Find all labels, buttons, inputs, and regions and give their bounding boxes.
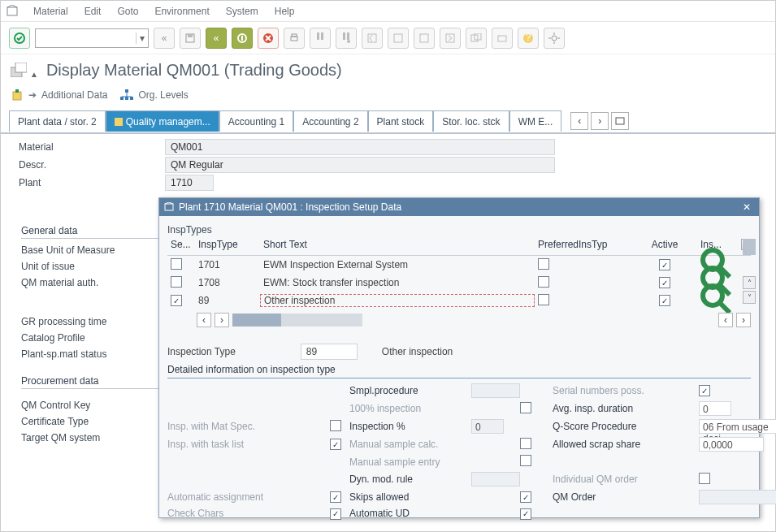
hscroll-right-far[interactable]: ›	[736, 313, 751, 327]
save-button[interactable]	[180, 28, 201, 49]
hscroll-track[interactable]	[232, 314, 362, 327]
find-button[interactable]	[310, 28, 331, 49]
tab-stor-loc-stck[interactable]: Stor. loc. stck	[433, 110, 509, 132]
hscroll-thumb[interactable]	[232, 314, 281, 327]
grid-vertical-scroll[interactable]: ˄ ˅	[743, 239, 756, 304]
avg-insp-duration-field[interactable]: 0	[699, 401, 731, 416]
active-checkbox[interactable]: ✓	[659, 259, 670, 270]
tabs-list-button[interactable]	[611, 112, 629, 130]
menu-system[interactable]: System	[218, 2, 267, 20]
svg-point-25	[552, 36, 557, 41]
row-select-checkbox[interactable]: ✓	[171, 295, 182, 306]
menu-edit[interactable]: Edit	[76, 2, 110, 20]
individual-qm-order-checkbox[interactable]	[699, 473, 710, 484]
active-checkbox[interactable]: ✓	[659, 295, 670, 306]
title-bar: ▲ Display Material QM001 (Trading Goods)	[1, 54, 775, 85]
manual-sample-entry-checkbox[interactable]	[520, 455, 531, 466]
allowed-scrap-share-field[interactable]: 0,0000	[699, 437, 764, 452]
table-row[interactable]: ✓ 89 Other inspection ✓	[167, 292, 751, 309]
exit-green-button[interactable]	[232, 28, 253, 49]
tab-accounting-2[interactable]: Accounting 2	[293, 110, 367, 132]
preferred-checkbox[interactable]	[538, 258, 549, 270]
menu-material[interactable]: Material	[25, 2, 76, 20]
row-select-checkbox[interactable]	[171, 276, 182, 288]
customize-button[interactable]	[544, 28, 565, 49]
insp-with-mat-spec-label: Insp. with Mat Spec.	[167, 421, 330, 432]
automatic-assignment-checkbox[interactable]: ✓	[330, 491, 341, 503]
scroll-up-icon[interactable]: ˄	[743, 276, 756, 289]
qm-order-field[interactable]	[699, 490, 776, 504]
tab-plant-stock[interactable]: Plant stock	[368, 110, 434, 132]
enter-button[interactable]	[9, 28, 30, 49]
last-page-button[interactable]	[440, 28, 461, 49]
dropdown-indicator-icon[interactable]: ▲	[30, 70, 38, 79]
prev-page-button[interactable]	[388, 28, 409, 49]
tabs-scroll-left[interactable]: ‹	[570, 112, 588, 130]
first-page-button[interactable]	[362, 28, 383, 49]
sub-toolbar: ➔ Additional Data Org. Levels	[1, 85, 775, 110]
tab-accounting-1[interactable]: Accounting 1	[219, 110, 293, 132]
tab-quality-management[interactable]: Quality managem...	[106, 110, 219, 132]
serial-numbers-poss-checkbox[interactable]: ✓	[699, 385, 710, 396]
preferred-checkbox[interactable]	[538, 276, 549, 288]
qm-order-label: QM Order	[553, 491, 699, 503]
additional-data-button[interactable]: ➔ Additional Data	[12, 89, 107, 101]
col-select[interactable]: Se...	[167, 239, 195, 253]
back-green-button[interactable]: «	[206, 28, 227, 49]
inspection-type-field[interactable]: 89	[301, 344, 358, 360]
table-row[interactable]: 1701 EWM Inspection External System ✓	[167, 256, 751, 274]
qscore-procedure-field[interactable]: 06 From usage deci...	[699, 419, 776, 434]
find-next-button[interactable]	[336, 28, 357, 49]
dyn-mod-rule-field[interactable]	[471, 472, 520, 487]
next-page-button[interactable]	[414, 28, 435, 49]
insp-with-mat-spec-checkbox[interactable]	[330, 420, 341, 431]
col-active[interactable]: Active	[632, 239, 697, 253]
generate-shortcut-button[interactable]	[492, 28, 513, 49]
menu-environment[interactable]: Environment	[146, 2, 217, 20]
svg-rect-41	[165, 204, 173, 210]
table-row[interactable]: 1708 EWM: Stock transfer inspection ✓	[167, 274, 751, 292]
hscroll-right[interactable]: ›	[215, 313, 229, 327]
check-chars-checkbox[interactable]: ✓	[330, 508, 341, 520]
tab-wm[interactable]: WM E...	[509, 110, 562, 132]
menu-goto[interactable]: Goto	[109, 2, 146, 20]
tabs-scroll-right[interactable]: ›	[591, 112, 609, 130]
command-dropdown-icon[interactable]: ▾	[136, 32, 145, 44]
hscroll-left[interactable]: ‹	[197, 313, 211, 327]
inspection-pct-field[interactable]: 0	[471, 419, 504, 434]
menu-help[interactable]: Help	[267, 2, 303, 20]
dialog-titlebar[interactable]: Plant 1710 Material QM001 : Inspection S…	[159, 198, 759, 216]
print-button[interactable]	[284, 28, 305, 49]
short-text-cell[interactable]: Other inspection	[260, 294, 535, 307]
descr-label: Descr.	[19, 158, 165, 172]
skips-allowed-label: Skips allowed	[349, 491, 471, 503]
hundred-pct-inspection-checkbox[interactable]	[520, 402, 531, 413]
org-levels-button[interactable]: Org. Levels	[120, 89, 188, 101]
group-general-data: General data	[21, 223, 159, 239]
scrollbar-thumb[interactable]	[743, 239, 756, 255]
preferred-checkbox[interactable]	[538, 294, 549, 305]
col-preferred[interactable]: PreferredInsTyp	[535, 239, 632, 253]
smpl-procedure-field[interactable]	[471, 383, 520, 398]
plant-field[interactable]: 1710	[165, 175, 214, 191]
help-button[interactable]: ?	[518, 28, 539, 49]
descr-field[interactable]: QM Regular	[165, 157, 555, 173]
skips-allowed-checkbox[interactable]: ✓	[520, 491, 531, 503]
active-checkbox[interactable]: ✓	[659, 277, 670, 288]
col-insptype[interactable]: InspType	[195, 239, 260, 253]
cancel-button[interactable]	[258, 28, 279, 49]
detail-grid: Smpl.procedure Serial numbers poss. ✓ 10…	[167, 378, 751, 520]
hscroll-left-far[interactable]: ‹	[718, 313, 733, 327]
automatic-ud-checkbox[interactable]: ✓	[520, 508, 531, 520]
dialog-close-button[interactable]: ✕	[739, 200, 754, 214]
insp-with-task-list-checkbox[interactable]: ✓	[330, 439, 341, 450]
back-button[interactable]: «	[154, 28, 175, 49]
tab-plant-data-stor-2[interactable]: Plant data / stor. 2	[9, 110, 106, 132]
row-select-checkbox[interactable]	[171, 258, 182, 270]
material-field[interactable]: QM001	[165, 139, 555, 155]
manual-sample-calc-checkbox[interactable]	[520, 438, 531, 449]
col-short-text[interactable]: Short Text	[260, 239, 535, 253]
scroll-down-icon[interactable]: ˅	[743, 291, 756, 304]
command-field[interactable]: ▾	[35, 28, 149, 48]
new-session-button[interactable]	[466, 28, 487, 49]
